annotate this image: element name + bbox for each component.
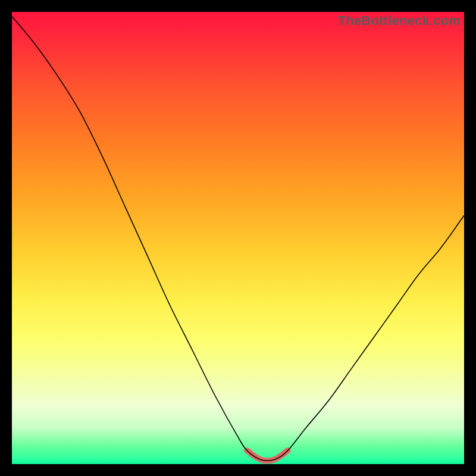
curve-layer [12,12,464,464]
plot-area: TheBottleneck.com [12,12,464,464]
chart-frame: TheBottleneck.com [0,0,476,476]
bottleneck-curve [12,17,464,461]
